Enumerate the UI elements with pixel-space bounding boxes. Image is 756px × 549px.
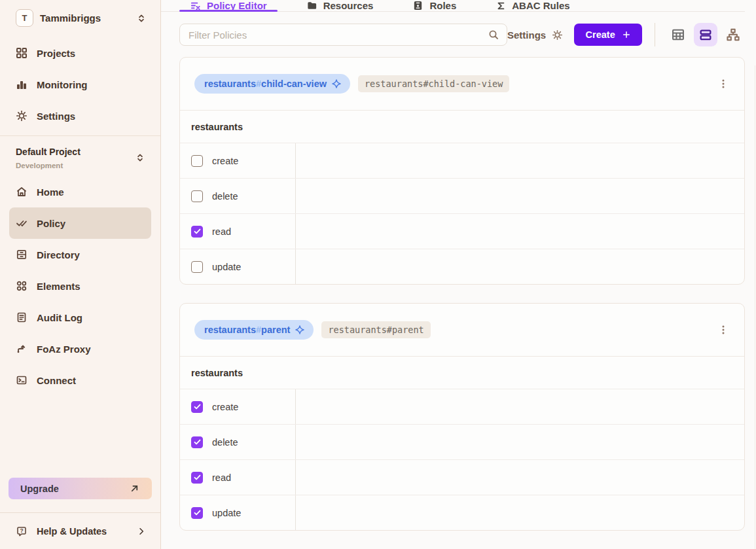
permission-checkbox-read[interactable] xyxy=(191,226,203,238)
document-icon xyxy=(16,311,27,323)
permission-checkbox-update[interactable] xyxy=(191,507,203,519)
view-mode-toggle xyxy=(666,23,745,46)
sidebar-item-label: Home xyxy=(37,186,64,198)
policy-tabbar: Policy Editor Resources Roles xyxy=(161,0,745,12)
upgrade-label: Upgrade xyxy=(20,484,59,494)
policy-key-tag: restaurants#parent xyxy=(321,321,430,338)
graph-view-button[interactable] xyxy=(721,23,745,46)
permission-label: update xyxy=(212,508,241,518)
gear-icon xyxy=(16,110,27,122)
sigma-icon xyxy=(495,1,506,11)
policy-key-tag: restaurants#child-can-view xyxy=(358,75,509,92)
policy-settings-button[interactable]: Settings xyxy=(507,29,563,41)
policy-card-list: restaurants#child-can-view restaurants#c… xyxy=(179,57,745,549)
sidebar-item-connect[interactable]: Connect xyxy=(9,364,151,396)
permission-checkbox-read[interactable] xyxy=(191,472,203,484)
permission-label: create xyxy=(212,402,238,412)
sidebar-item-home[interactable]: Home xyxy=(9,176,151,207)
rows-view-button[interactable] xyxy=(694,23,717,46)
chevron-updown-icon xyxy=(137,14,146,23)
tab-resources[interactable]: Resources xyxy=(296,0,384,11)
bar-chart-icon xyxy=(16,79,27,90)
kebab-menu-button[interactable] xyxy=(714,321,732,339)
sidebar-item-directory[interactable]: Directory xyxy=(9,239,151,270)
svg-text:?: ? xyxy=(20,527,23,533)
toolbar-divider xyxy=(655,23,655,46)
permission-roles-cell xyxy=(296,249,744,284)
permission-checkbox-create[interactable] xyxy=(191,155,203,167)
permission-checkbox-update[interactable] xyxy=(191,261,203,273)
terminal-icon xyxy=(16,374,27,386)
sparkle-diamond-icon xyxy=(331,79,342,89)
policy-card-header: restaurants#parent restaurants#parent xyxy=(180,304,744,356)
sidebar-item-foaz-proxy[interactable]: FoAz Proxy xyxy=(9,333,151,364)
resource-name: restaurants xyxy=(191,122,243,132)
permission-label: read xyxy=(212,226,231,237)
permission-row: update xyxy=(180,495,744,530)
role-badge[interactable]: restaurants#parent xyxy=(194,320,314,340)
sidebar-item-monitoring[interactable]: Monitoring xyxy=(9,69,151,100)
permission-roles-cell xyxy=(296,460,744,495)
sidebar-item-label: Monitoring xyxy=(37,79,87,90)
policy-editor-icon xyxy=(190,0,201,11)
sidebar-item-projects[interactable]: Projects xyxy=(9,37,151,69)
permission-row: update xyxy=(180,249,744,284)
table-view-button[interactable] xyxy=(666,23,690,46)
permission-label: read xyxy=(212,472,231,483)
tab-label: Roles xyxy=(429,0,456,11)
permission-roles-cell xyxy=(296,214,744,249)
sidebar-item-policy[interactable]: Policy xyxy=(9,207,151,239)
workspace-name: Tammibriggs xyxy=(40,12,130,24)
sidebar-item-label: Audit Log xyxy=(37,312,82,323)
chevron-updown-icon xyxy=(135,153,145,162)
tab-policy-editor[interactable]: Policy Editor xyxy=(179,0,278,11)
tab-roles[interactable]: Roles xyxy=(402,0,467,11)
permission-row: read xyxy=(180,213,744,249)
sidebar-project-nav: Home Policy Directory xyxy=(0,176,160,396)
sidebar-item-elements[interactable]: Elements xyxy=(9,270,151,302)
sidebar-item-settings[interactable]: Settings xyxy=(9,100,151,132)
permission-roles-cell xyxy=(296,143,744,178)
sidebar-item-label: Policy xyxy=(37,218,65,229)
resource-name: restaurants xyxy=(191,368,243,378)
folder-icon xyxy=(306,0,317,11)
filter-policies-input[interactable] xyxy=(179,24,507,46)
sparkle-diamond-icon xyxy=(295,325,305,335)
arrow-up-right-icon xyxy=(130,484,139,493)
workspace-selector[interactable]: T Tammibriggs xyxy=(0,0,160,35)
role-badge-label: restaurants#parent xyxy=(204,325,290,335)
permission-roles-cell xyxy=(296,425,744,459)
tab-label: ABAC Rules xyxy=(512,0,569,11)
permission-checkbox-create[interactable] xyxy=(191,401,203,413)
project-selector[interactable]: Default Project Development xyxy=(0,136,160,176)
help-updates-button[interactable]: ? Help & Updates xyxy=(0,512,160,549)
policy-toolbar: Settings Create xyxy=(179,23,745,46)
permission-roles-cell xyxy=(296,389,744,424)
tab-abac-rules[interactable]: ABAC Rules xyxy=(485,0,580,11)
settings-label: Settings xyxy=(507,29,546,41)
tab-label: Policy Editor xyxy=(207,0,267,11)
permission-row: delete xyxy=(180,178,744,213)
main-content: Policy Editor Resources Roles xyxy=(161,0,756,549)
policy-card-header: restaurants#child-can-view restaurants#c… xyxy=(180,58,744,110)
sidebar-item-audit-log[interactable]: Audit Log xyxy=(9,302,151,333)
search-icon xyxy=(488,29,499,41)
role-badge[interactable]: restaurants#child-can-view xyxy=(194,74,350,94)
upgrade-button[interactable]: Upgrade xyxy=(9,478,152,499)
id-badge-icon xyxy=(412,0,423,11)
kebab-menu-button[interactable] xyxy=(714,75,732,93)
permission-label: update xyxy=(212,262,241,272)
sidebar-spacer xyxy=(0,396,160,478)
sidebar-item-label: Settings xyxy=(37,111,75,122)
policy-card: restaurants#parent restaurants#parent re… xyxy=(179,303,745,531)
permission-row: read xyxy=(180,459,744,495)
create-button[interactable]: Create xyxy=(574,24,642,46)
workspace-avatar: T xyxy=(16,9,33,27)
sidebar-item-label: Elements xyxy=(37,281,81,292)
permission-roles-cell xyxy=(296,179,744,213)
permission-checkbox-delete[interactable] xyxy=(191,436,203,448)
help-bubble-icon: ? xyxy=(16,525,27,537)
tab-label: Resources xyxy=(323,0,374,11)
plus-icon xyxy=(622,30,631,39)
permission-checkbox-delete[interactable] xyxy=(191,190,203,202)
